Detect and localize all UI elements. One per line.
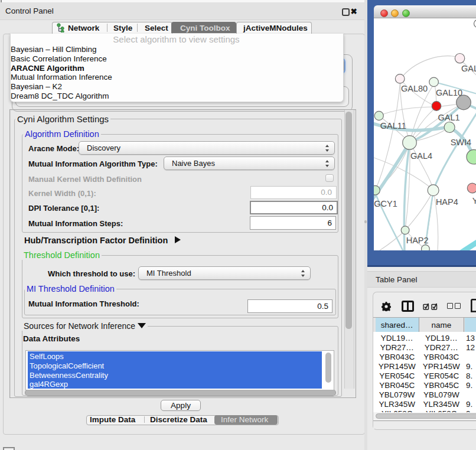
svg-text:GAL4: GAL4: [410, 151, 432, 161]
svg-text:HAP4: HAP4: [436, 197, 458, 207]
svg-text:Y: Y: [472, 196, 476, 206]
svg-text:GAL1: GAL1: [438, 113, 460, 122]
svg-text:GCY1: GCY1: [374, 199, 397, 208]
svg-text:GAL: GAL: [461, 64, 476, 73]
svg-text:SWI4: SWI4: [451, 138, 471, 147]
svg-text:GAL80: GAL80: [401, 84, 428, 93]
svg-text:GAL11: GAL11: [380, 121, 406, 131]
svg-text:HAP2: HAP2: [406, 236, 429, 245]
svg-text:GAL10: GAL10: [436, 88, 462, 97]
